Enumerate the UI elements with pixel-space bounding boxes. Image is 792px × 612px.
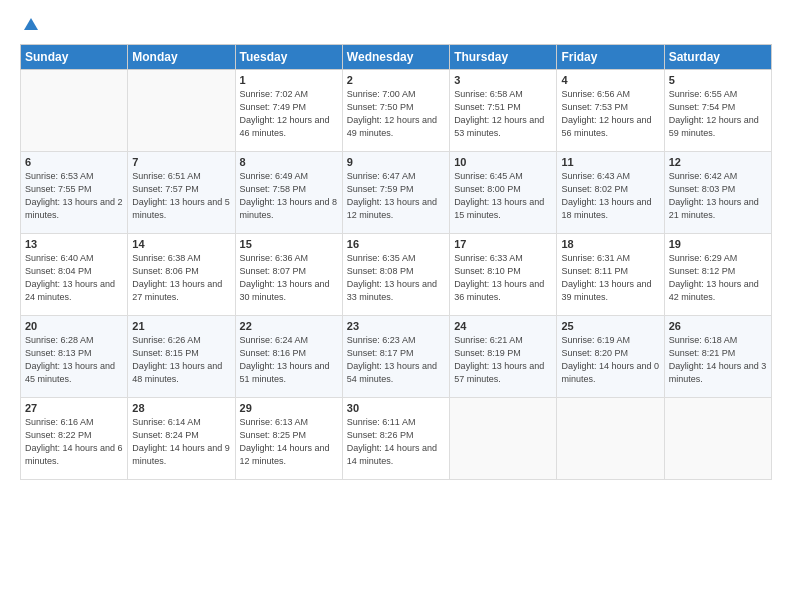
day-cell: 19Sunrise: 6:29 AM Sunset: 8:12 PM Dayli… <box>664 234 771 316</box>
day-info: Sunrise: 6:14 AM Sunset: 8:24 PM Dayligh… <box>132 416 230 468</box>
day-cell: 11Sunrise: 6:43 AM Sunset: 8:02 PM Dayli… <box>557 152 664 234</box>
day-cell: 27Sunrise: 6:16 AM Sunset: 8:22 PM Dayli… <box>21 398 128 480</box>
day-number: 20 <box>25 320 123 332</box>
day-cell: 21Sunrise: 6:26 AM Sunset: 8:15 PM Dayli… <box>128 316 235 398</box>
weekday-header-saturday: Saturday <box>664 45 771 70</box>
svg-marker-0 <box>24 18 38 30</box>
weekday-header-sunday: Sunday <box>21 45 128 70</box>
day-number: 29 <box>240 402 338 414</box>
week-row-1: 1Sunrise: 7:02 AM Sunset: 7:49 PM Daylig… <box>21 70 772 152</box>
day-cell <box>450 398 557 480</box>
day-number: 24 <box>454 320 552 332</box>
day-cell <box>557 398 664 480</box>
day-cell: 30Sunrise: 6:11 AM Sunset: 8:26 PM Dayli… <box>342 398 449 480</box>
week-row-3: 13Sunrise: 6:40 AM Sunset: 8:04 PM Dayli… <box>21 234 772 316</box>
day-number: 4 <box>561 74 659 86</box>
day-cell: 22Sunrise: 6:24 AM Sunset: 8:16 PM Dayli… <box>235 316 342 398</box>
day-number: 13 <box>25 238 123 250</box>
day-number: 8 <box>240 156 338 168</box>
day-cell: 25Sunrise: 6:19 AM Sunset: 8:20 PM Dayli… <box>557 316 664 398</box>
day-cell: 20Sunrise: 6:28 AM Sunset: 8:13 PM Dayli… <box>21 316 128 398</box>
day-info: Sunrise: 6:35 AM Sunset: 8:08 PM Dayligh… <box>347 252 445 304</box>
weekday-header-thursday: Thursday <box>450 45 557 70</box>
page: SundayMondayTuesdayWednesdayThursdayFrid… <box>0 0 792 612</box>
day-number: 27 <box>25 402 123 414</box>
day-cell: 16Sunrise: 6:35 AM Sunset: 8:08 PM Dayli… <box>342 234 449 316</box>
day-cell <box>21 70 128 152</box>
logo <box>20 16 40 34</box>
day-info: Sunrise: 6:40 AM Sunset: 8:04 PM Dayligh… <box>25 252 123 304</box>
day-number: 2 <box>347 74 445 86</box>
day-cell: 15Sunrise: 6:36 AM Sunset: 8:07 PM Dayli… <box>235 234 342 316</box>
weekday-header-wednesday: Wednesday <box>342 45 449 70</box>
day-number: 10 <box>454 156 552 168</box>
day-info: Sunrise: 6:56 AM Sunset: 7:53 PM Dayligh… <box>561 88 659 140</box>
day-info: Sunrise: 6:29 AM Sunset: 8:12 PM Dayligh… <box>669 252 767 304</box>
day-number: 12 <box>669 156 767 168</box>
day-info: Sunrise: 6:24 AM Sunset: 8:16 PM Dayligh… <box>240 334 338 386</box>
day-info: Sunrise: 6:45 AM Sunset: 8:00 PM Dayligh… <box>454 170 552 222</box>
day-info: Sunrise: 6:19 AM Sunset: 8:20 PM Dayligh… <box>561 334 659 386</box>
week-row-2: 6Sunrise: 6:53 AM Sunset: 7:55 PM Daylig… <box>21 152 772 234</box>
day-number: 19 <box>669 238 767 250</box>
day-info: Sunrise: 6:36 AM Sunset: 8:07 PM Dayligh… <box>240 252 338 304</box>
day-cell: 10Sunrise: 6:45 AM Sunset: 8:00 PM Dayli… <box>450 152 557 234</box>
week-row-5: 27Sunrise: 6:16 AM Sunset: 8:22 PM Dayli… <box>21 398 772 480</box>
day-info: Sunrise: 6:51 AM Sunset: 7:57 PM Dayligh… <box>132 170 230 222</box>
day-cell: 8Sunrise: 6:49 AM Sunset: 7:58 PM Daylig… <box>235 152 342 234</box>
day-cell: 14Sunrise: 6:38 AM Sunset: 8:06 PM Dayli… <box>128 234 235 316</box>
day-number: 9 <box>347 156 445 168</box>
day-info: Sunrise: 6:28 AM Sunset: 8:13 PM Dayligh… <box>25 334 123 386</box>
day-number: 7 <box>132 156 230 168</box>
day-info: Sunrise: 6:31 AM Sunset: 8:11 PM Dayligh… <box>561 252 659 304</box>
day-cell <box>128 70 235 152</box>
day-number: 6 <box>25 156 123 168</box>
day-info: Sunrise: 6:43 AM Sunset: 8:02 PM Dayligh… <box>561 170 659 222</box>
day-cell: 13Sunrise: 6:40 AM Sunset: 8:04 PM Dayli… <box>21 234 128 316</box>
day-info: Sunrise: 6:33 AM Sunset: 8:10 PM Dayligh… <box>454 252 552 304</box>
day-info: Sunrise: 6:21 AM Sunset: 8:19 PM Dayligh… <box>454 334 552 386</box>
day-number: 30 <box>347 402 445 414</box>
day-number: 1 <box>240 74 338 86</box>
weekday-header-monday: Monday <box>128 45 235 70</box>
day-cell: 17Sunrise: 6:33 AM Sunset: 8:10 PM Dayli… <box>450 234 557 316</box>
day-info: Sunrise: 6:11 AM Sunset: 8:26 PM Dayligh… <box>347 416 445 468</box>
day-number: 17 <box>454 238 552 250</box>
day-info: Sunrise: 6:53 AM Sunset: 7:55 PM Dayligh… <box>25 170 123 222</box>
day-cell: 4Sunrise: 6:56 AM Sunset: 7:53 PM Daylig… <box>557 70 664 152</box>
day-number: 18 <box>561 238 659 250</box>
day-info: Sunrise: 6:18 AM Sunset: 8:21 PM Dayligh… <box>669 334 767 386</box>
day-cell: 18Sunrise: 6:31 AM Sunset: 8:11 PM Dayli… <box>557 234 664 316</box>
day-number: 23 <box>347 320 445 332</box>
weekday-header-row: SundayMondayTuesdayWednesdayThursdayFrid… <box>21 45 772 70</box>
day-info: Sunrise: 7:00 AM Sunset: 7:50 PM Dayligh… <box>347 88 445 140</box>
day-number: 11 <box>561 156 659 168</box>
day-number: 5 <box>669 74 767 86</box>
day-info: Sunrise: 6:47 AM Sunset: 7:59 PM Dayligh… <box>347 170 445 222</box>
weekday-header-tuesday: Tuesday <box>235 45 342 70</box>
day-cell: 12Sunrise: 6:42 AM Sunset: 8:03 PM Dayli… <box>664 152 771 234</box>
day-cell: 9Sunrise: 6:47 AM Sunset: 7:59 PM Daylig… <box>342 152 449 234</box>
day-cell: 29Sunrise: 6:13 AM Sunset: 8:25 PM Dayli… <box>235 398 342 480</box>
day-number: 21 <box>132 320 230 332</box>
day-cell <box>664 398 771 480</box>
day-number: 26 <box>669 320 767 332</box>
header <box>20 16 772 34</box>
day-number: 16 <box>347 238 445 250</box>
day-info: Sunrise: 6:23 AM Sunset: 8:17 PM Dayligh… <box>347 334 445 386</box>
day-info: Sunrise: 6:55 AM Sunset: 7:54 PM Dayligh… <box>669 88 767 140</box>
day-cell: 24Sunrise: 6:21 AM Sunset: 8:19 PM Dayli… <box>450 316 557 398</box>
day-number: 15 <box>240 238 338 250</box>
day-info: Sunrise: 6:38 AM Sunset: 8:06 PM Dayligh… <box>132 252 230 304</box>
day-number: 28 <box>132 402 230 414</box>
day-cell: 23Sunrise: 6:23 AM Sunset: 8:17 PM Dayli… <box>342 316 449 398</box>
calendar: SundayMondayTuesdayWednesdayThursdayFrid… <box>20 44 772 480</box>
day-cell: 3Sunrise: 6:58 AM Sunset: 7:51 PM Daylig… <box>450 70 557 152</box>
day-cell: 6Sunrise: 6:53 AM Sunset: 7:55 PM Daylig… <box>21 152 128 234</box>
week-row-4: 20Sunrise: 6:28 AM Sunset: 8:13 PM Dayli… <box>21 316 772 398</box>
day-info: Sunrise: 6:16 AM Sunset: 8:22 PM Dayligh… <box>25 416 123 468</box>
day-info: Sunrise: 6:49 AM Sunset: 7:58 PM Dayligh… <box>240 170 338 222</box>
day-info: Sunrise: 6:58 AM Sunset: 7:51 PM Dayligh… <box>454 88 552 140</box>
logo-icon <box>22 16 40 34</box>
weekday-header-friday: Friday <box>557 45 664 70</box>
